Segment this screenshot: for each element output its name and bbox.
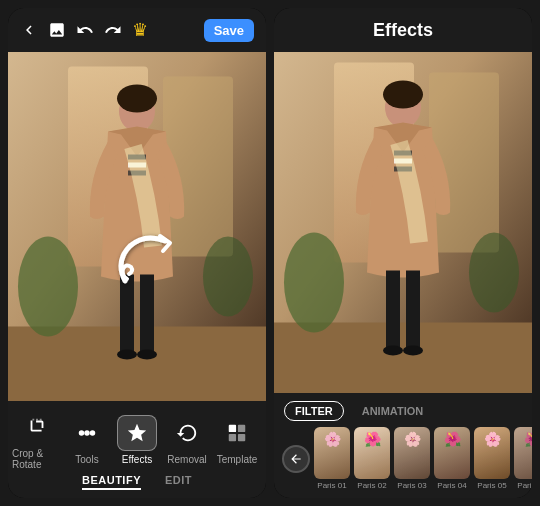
filter-paris02-wrap: 🌺 Paris 02 — [354, 427, 390, 490]
removal-label: Removal — [167, 454, 206, 465]
filter-paris02-label: Paris 02 — [357, 481, 386, 490]
filter-tab-row: FILTER ANIMATION — [274, 393, 532, 427]
photo-svg — [8, 52, 266, 401]
filter-paris03-wrap: 🌸 Paris 03 — [394, 427, 430, 490]
filter-decor-3: 🌸 — [404, 431, 421, 447]
back-icon[interactable] — [20, 21, 38, 39]
effects-icon — [126, 422, 148, 444]
filter-decor-2: 🌺 — [364, 431, 381, 447]
filter-paris04-label: Paris 04 — [437, 481, 466, 490]
left-toolbar: ♛ Save — [8, 8, 266, 52]
crown-icon[interactable]: ♛ — [132, 19, 148, 41]
filter-paris01-label: Paris 01 — [317, 481, 346, 490]
svg-point-37 — [403, 346, 423, 356]
template-icon — [226, 422, 248, 444]
save-button[interactable]: Save — [204, 19, 254, 42]
crop-icon — [26, 416, 48, 438]
crop-icon-wrap — [17, 409, 57, 445]
svg-point-28 — [469, 233, 519, 313]
filter-paris03[interactable]: 🌸 — [394, 427, 430, 479]
filter-paris01[interactable]: 🌸 — [314, 427, 350, 479]
tab-row: BEAUTIFY EDIT — [8, 474, 266, 494]
filter-tab[interactable]: FILTER — [284, 401, 344, 421]
svg-rect-26 — [274, 323, 532, 394]
svg-point-17 — [79, 430, 85, 436]
filter-paris04[interactable]: 🌺 — [434, 427, 470, 479]
effects-icon-wrap — [117, 415, 157, 451]
back-arrow-icon — [289, 452, 303, 466]
left-panel: ♛ Save — [8, 8, 266, 498]
filter-thumb-inner-2: 🌺 — [354, 427, 390, 479]
right-header: Effects — [274, 8, 532, 52]
removal-icon-wrap — [167, 415, 207, 451]
svg-point-8 — [117, 85, 157, 113]
filter-paris06-label: Paris 06 — [517, 481, 532, 490]
svg-point-6 — [203, 237, 253, 317]
crop-rotate-tool[interactable]: Crop & Rotate — [12, 409, 62, 470]
effects-title: Effects — [373, 20, 433, 41]
edit-tab[interactable]: EDIT — [165, 474, 192, 490]
filter-decor-6: 🌺 — [524, 431, 533, 447]
tool-row: Crop & Rotate Tools — [8, 409, 266, 470]
svg-rect-4 — [8, 327, 266, 402]
photo-area — [8, 52, 266, 401]
photo-placeholder — [8, 52, 266, 401]
svg-rect-12 — [120, 275, 134, 355]
tools-icon — [76, 422, 98, 444]
svg-rect-34 — [386, 271, 400, 351]
svg-rect-35 — [406, 271, 420, 351]
filter-thumb-inner-6: 🌺 — [514, 427, 532, 479]
svg-point-36 — [383, 346, 403, 356]
svg-rect-20 — [238, 424, 245, 431]
tools-label: Tools — [75, 454, 98, 465]
filter-paris05-wrap: 🌸 Paris 05 — [474, 427, 510, 490]
filter-paris06[interactable]: 🌺 — [514, 427, 532, 479]
bottom-bar: Crop & Rotate Tools — [8, 401, 266, 498]
svg-rect-13 — [140, 275, 154, 355]
svg-rect-21 — [229, 433, 236, 440]
filter-paris01-wrap: 🌸 Paris 01 — [314, 427, 350, 490]
filter-thumb-inner: 🌸 — [314, 427, 350, 479]
effects-tool[interactable]: Effects — [112, 415, 162, 465]
filter-paris04-wrap: 🌺 Paris 04 — [434, 427, 470, 490]
svg-point-30 — [383, 81, 423, 109]
template-tool[interactable]: Template — [212, 415, 262, 465]
filter-paris02[interactable]: 🌺 — [354, 427, 390, 479]
svg-point-5 — [18, 237, 78, 337]
removal-tool[interactable]: Removal — [162, 415, 212, 465]
filter-strips: 🌸 Paris 01 🌺 Paris 02 🌸 — [274, 427, 532, 498]
image-icon[interactable] — [48, 21, 66, 39]
right-photo-area — [274, 52, 532, 393]
filter-paris06-wrap: 🌺 Paris 06 — [514, 427, 532, 490]
filter-decor-1: 🌸 — [324, 431, 341, 447]
tools-tool[interactable]: Tools — [62, 415, 112, 465]
filter-paris05[interactable]: 🌸 — [474, 427, 510, 479]
right-panel: Effects — [274, 8, 532, 498]
undo-icon[interactable] — [76, 21, 94, 39]
template-icon-wrap — [217, 415, 257, 451]
tools-icon-wrap — [67, 415, 107, 451]
svg-point-27 — [284, 233, 344, 333]
filter-paris03-label: Paris 03 — [397, 481, 426, 490]
crop-label: Crop & Rotate — [12, 448, 62, 470]
filter-paris05-label: Paris 05 — [477, 481, 506, 490]
animation-tab[interactable]: ANIMATION — [352, 402, 434, 420]
removal-icon — [176, 422, 198, 444]
right-bottom: FILTER ANIMATION 🌸 Paris 01 — [274, 393, 532, 498]
svg-point-18 — [90, 430, 96, 436]
redo-icon[interactable] — [104, 21, 122, 39]
filter-thumb-inner-5: 🌸 — [474, 427, 510, 479]
svg-point-15 — [137, 350, 157, 360]
svg-point-16 — [84, 430, 90, 436]
svg-rect-22 — [238, 433, 245, 440]
filter-thumb-inner-3: 🌸 — [394, 427, 430, 479]
effects-label: Effects — [122, 454, 152, 465]
filter-thumb-inner-4: 🌺 — [434, 427, 470, 479]
filter-decor-4: 🌺 — [444, 431, 461, 447]
right-photo-svg — [274, 52, 532, 393]
filter-back-button[interactable] — [282, 445, 310, 473]
toolbar-left-group: ♛ — [20, 19, 148, 41]
svg-point-14 — [117, 350, 137, 360]
beautify-tab[interactable]: BEAUTIFY — [82, 474, 141, 490]
filter-decor-5: 🌸 — [484, 431, 501, 447]
